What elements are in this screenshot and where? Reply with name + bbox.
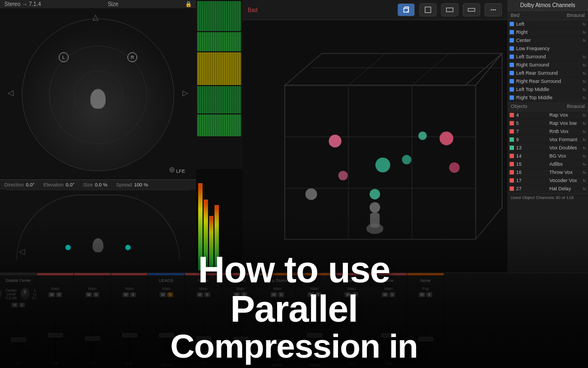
ch5-fader-thumb[interactable] (159, 333, 174, 337)
vis-btn-dots[interactable] (485, 3, 502, 16)
object-7-num: 7 (516, 129, 547, 134)
ch5-solo-btn[interactable]: S (167, 292, 173, 297)
objects-section-header: Objects Binaural (507, 102, 588, 111)
channel-center[interactable]: Center N (507, 37, 588, 45)
ch3-mute-btn[interactable]: M (85, 292, 92, 297)
ch8-fader-track (277, 317, 278, 355)
mixer-ch-4: Main M S 0dB (111, 273, 148, 368)
panner-dot-right[interactable]: R (127, 52, 137, 62)
channel-left[interactable]: Left N (507, 20, 588, 28)
object-16[interactable]: 16 Throw Vox N (507, 168, 588, 177)
object-4[interactable]: 4 Rap Vox N (507, 111, 588, 119)
ch6-mute-btn[interactable]: M (197, 292, 203, 297)
ch2-solo-btn[interactable]: S (56, 292, 62, 297)
ch4-solo-btn[interactable]: S (130, 292, 136, 297)
ch8-solo-btn[interactable]: S (278, 292, 284, 297)
channel-lrs[interactable]: Left Rear Surround N (507, 69, 588, 77)
svg-point-30 (305, 188, 317, 200)
panner-dot-left[interactable]: L (59, 52, 69, 62)
ch12-fader-track (425, 325, 426, 363)
channel-ltm[interactable]: Left Top Middle N (507, 86, 588, 94)
panner-elev-dot-left[interactable] (65, 245, 71, 250)
ch5-mute-btn[interactable]: M (160, 292, 166, 297)
panner-arrow-right[interactable]: ▷ (182, 88, 188, 97)
meter-3 (209, 216, 213, 270)
object-15[interactable]: 15 Adlibs N (507, 160, 588, 168)
ch8-fader-thumb[interactable] (270, 339, 285, 343)
ch11-fader-thumb[interactable] (381, 333, 396, 337)
ch11-mute-btn[interactable]: M (382, 292, 388, 297)
ch6-solo-btn[interactable]: S (204, 292, 210, 297)
ch7-solo-btn[interactable]: S (241, 292, 247, 297)
mixer-ch-8: Pop Drums Main M S -9.8 Stereo (259, 273, 296, 368)
mixer-ch-11: None Main M S 0dB (370, 273, 407, 368)
object-27-num: 27 (516, 186, 547, 191)
panner-size-label: Size (108, 1, 118, 7)
ch1-mute-btn[interactable]: M (11, 303, 18, 307)
object-4-num: 4 (516, 112, 547, 118)
ch9-fader-thumb[interactable] (307, 333, 322, 337)
channel-right-n: N (583, 30, 586, 35)
svg-rect-3 (468, 8, 475, 11)
vis-btn-square[interactable] (419, 3, 437, 16)
ch1-center-knob[interactable] (0, 288, 2, 300)
ch1-lfe-knob[interactable] (21, 288, 29, 300)
ch8-mute-btn[interactable]: M (271, 292, 277, 297)
channel-center-dot (510, 38, 514, 43)
channel-right[interactable]: Right N (507, 28, 588, 37)
object-5[interactable]: 5 Rap Vox low N (507, 119, 588, 128)
mixer-ch-10: None Main M S -20.0 (333, 273, 370, 368)
ch1-solo-btn[interactable]: S (19, 303, 25, 307)
ch9-mute-btn[interactable]: M (308, 292, 314, 297)
ch12-solo-btn[interactable]: S (426, 292, 432, 297)
object-14[interactable]: 14 BG Vox N (507, 152, 588, 160)
object-16-name: Throw Vox (549, 170, 580, 175)
ch6-fader-thumb[interactable] (196, 336, 211, 341)
ch2-mute-btn[interactable]: M (48, 292, 55, 297)
ch12-mute-btn[interactable]: M (419, 292, 425, 297)
panner-elev-dot-right[interactable] (125, 245, 131, 250)
mixer-ch-2: Main M S 0dB (37, 273, 74, 368)
ch10-fader-thumb[interactable] (344, 351, 359, 355)
ch6-send: Main (185, 286, 222, 291)
panner-elev-arrow-left[interactable]: ◁ (19, 247, 25, 256)
vis-btn-3d[interactable] (397, 3, 415, 16)
cube-icon (402, 6, 410, 14)
ch4-fader-thumb[interactable] (122, 333, 137, 337)
object-7[interactable]: 7 RnB Vox N (507, 128, 588, 136)
ch9-top (296, 275, 333, 286)
ch1-fader-thumb[interactable] (11, 337, 26, 342)
channel-ls[interactable]: Left Surround N (507, 53, 588, 61)
channel-rrs[interactable]: Right Rear Surround N (507, 77, 588, 86)
vis-btn-wide[interactable] (463, 3, 480, 16)
object-27[interactable]: 27 Hat Delay N (507, 185, 588, 193)
object-13-num: 13 (516, 145, 547, 150)
channel-lfe[interactable]: Low Frequency (507, 45, 588, 53)
ch12-fader-thumb[interactable] (418, 337, 433, 341)
ch11-solo-btn[interactable]: S (389, 292, 395, 297)
svg-point-31 (418, 131, 427, 140)
ch2-fader-thumb[interactable] (48, 333, 63, 337)
ch7-fader-thumb[interactable] (233, 337, 248, 341)
ch1-top: Disable Center (0, 275, 36, 286)
ch3-solo-btn[interactable]: S (93, 292, 99, 297)
ch3-fader-thumb[interactable] (85, 336, 100, 341)
ch4-mute-btn[interactable]: M (122, 292, 129, 297)
ch1-mutes: M S (10, 301, 26, 309)
ch10-mute-btn[interactable]: M (345, 292, 351, 297)
ch10-solo-btn[interactable]: S (352, 292, 358, 297)
lfe-icon[interactable]: ⊕ (169, 165, 175, 174)
object-9[interactable]: 9 Vox Formant N (507, 136, 588, 144)
vis-btn-rect[interactable] (441, 3, 458, 16)
object-13[interactable]: 13 Vox Doubles N (507, 144, 588, 152)
ch7-mute-btn[interactable]: M (234, 292, 240, 297)
ch9-solo-btn[interactable]: S (315, 292, 321, 297)
object-17[interactable]: 17 Vocoder Vox N (507, 177, 588, 185)
ch1-label (0, 365, 36, 368)
ch3-fader-area (74, 298, 111, 361)
panner-arrow-top[interactable]: △ (93, 13, 99, 21)
panner-arrow-left[interactable]: ◁ (8, 88, 14, 97)
channel-rtm[interactable]: Right Top Middle N (507, 94, 588, 102)
channel-rs[interactable]: Right Surround N (507, 61, 588, 69)
ch9-label: Stereo (296, 361, 333, 368)
